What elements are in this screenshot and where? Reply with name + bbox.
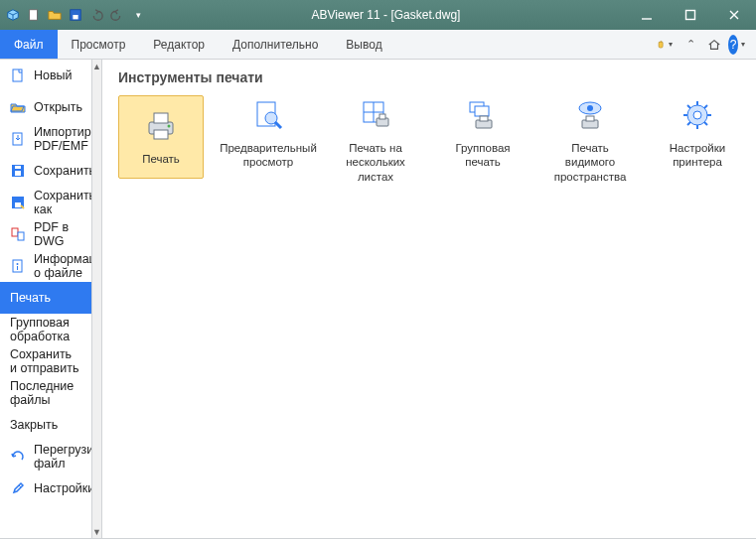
svg-rect-11 <box>15 202 21 207</box>
close-button[interactable] <box>712 0 756 30</box>
menu-strip: Файл Просмотр Редактор Дополнительно Выв… <box>0 30 756 60</box>
tile-row: Печать Предварительный просмотр Печать н… <box>118 95 740 184</box>
tab-editor[interactable]: Редактор <box>139 30 219 59</box>
sidebar-item-batch[interactable]: Групповая обработка <box>0 314 91 345</box>
svg-rect-18 <box>154 113 168 123</box>
sidebar-item-pdf2dwg[interactable]: PDF в DWG <box>0 218 91 250</box>
hand-up-icon[interactable]: ▾ <box>657 35 677 55</box>
tile-print-sheets[interactable]: Печать на нескольких листах <box>333 95 418 184</box>
svg-line-45 <box>704 105 707 108</box>
new-icon[interactable] <box>25 6 43 24</box>
svg-rect-0 <box>30 10 38 21</box>
sidebar-item-fileinfo[interactable]: Информация о файле <box>0 250 91 282</box>
svg-line-23 <box>275 122 281 128</box>
title-bar: ▾ ABViewer 11 - [Gasket.dwg] <box>0 0 756 30</box>
sidebar-item-label: Сохранить <box>34 164 92 178</box>
sidebar-item-label: Печать <box>10 291 51 305</box>
panel-heading: Инструменты печати <box>118 69 740 85</box>
sidebar-item-label: Сохранить как <box>34 189 92 216</box>
tile-label: Предварительный просмотр <box>220 141 317 170</box>
sidebar-item-label: Сохранить и отправить <box>10 347 81 375</box>
tab-label: Файл <box>14 38 44 52</box>
maximize-button[interactable] <box>669 0 712 30</box>
svg-rect-8 <box>15 171 21 176</box>
tile-label: Печать на нескольких листах <box>333 141 418 184</box>
redo-icon[interactable] <box>108 6 126 24</box>
undo-icon[interactable] <box>87 6 105 24</box>
window-buttons <box>625 0 756 30</box>
save-icon[interactable] <box>67 6 84 24</box>
svg-point-15 <box>17 263 19 265</box>
chevron-up-icon[interactable]: ⌃ <box>680 35 700 55</box>
print-visible-icon <box>570 95 610 135</box>
sidebar-item-label: Закрыть <box>10 418 58 432</box>
svg-line-46 <box>687 122 690 125</box>
tab-view[interactable]: Просмотр <box>58 30 140 59</box>
sidebar-item-label: Открыть <box>34 100 82 114</box>
fileinfo-icon <box>10 258 26 274</box>
sidebar-item-import[interactable]: Импортировать PDF/EMF <box>0 123 91 155</box>
minimize-button[interactable] <box>625 0 669 30</box>
settings-icon <box>10 480 26 496</box>
sidebar-item-settings[interactable]: Настройки <box>0 472 91 504</box>
tab-additional[interactable]: Дополнительно <box>219 30 332 59</box>
box-icon[interactable] <box>4 6 22 24</box>
tile-group-print[interactable]: Групповая печать <box>440 95 526 170</box>
sidebar-item-open[interactable]: Открыть <box>0 91 91 123</box>
sidebar: Новый Открыть Импортировать PDF/EMF Сохр… <box>0 60 92 539</box>
tab-label: Просмотр <box>72 38 126 52</box>
sidebar-item-label: Новый <box>34 68 73 82</box>
sidebar-item-label: Настройки <box>34 481 92 495</box>
scroll-down-icon[interactable]: ▼ <box>92 525 101 539</box>
preview-icon <box>248 95 288 135</box>
window-title: ABViewer 11 - [Gasket.dwg] <box>147 8 625 22</box>
main-panel: Инструменты печати Печать Предварительны… <box>102 60 756 539</box>
svg-rect-30 <box>475 106 489 116</box>
sidebar-item-recent[interactable]: Последние файлы <box>0 377 91 409</box>
svg-rect-16 <box>17 266 18 270</box>
sidebar-item-reload[interactable]: Перегрузить файл <box>0 441 91 472</box>
tab-output[interactable]: Вывод <box>332 30 395 59</box>
sidebar-item-label: Перегрузить файл <box>34 443 92 471</box>
tab-label: Дополнительно <box>232 38 318 52</box>
svg-point-20 <box>168 125 171 128</box>
tile-label: Групповая печать <box>440 141 526 170</box>
tile-print[interactable]: Печать <box>118 95 204 179</box>
sidebar-item-close[interactable]: Закрыть <box>0 409 91 441</box>
svg-rect-9 <box>15 166 21 169</box>
printer-icon <box>141 106 181 146</box>
home-icon[interactable] <box>704 35 724 55</box>
quick-access-toolbar: ▾ <box>0 6 147 24</box>
tab-file[interactable]: Файл <box>0 30 58 59</box>
print-sheets-icon <box>356 95 395 135</box>
pdf2dwg-icon <box>10 226 26 242</box>
svg-rect-36 <box>586 116 594 121</box>
sidebar-item-new[interactable]: Новый <box>0 60 91 91</box>
tab-label: Редактор <box>153 38 205 52</box>
sidebar-item-savesend[interactable]: Сохранить и отправить <box>0 345 91 377</box>
svg-line-44 <box>704 122 707 125</box>
open-icon <box>10 99 26 115</box>
svg-rect-13 <box>18 232 24 240</box>
sidebar-scrollbar[interactable]: ▲ ▼ <box>92 60 102 539</box>
reload-icon <box>10 449 26 465</box>
svg-rect-28 <box>379 114 385 119</box>
scroll-up-icon[interactable]: ▲ <box>92 60 101 73</box>
sidebar-item-label: Импортировать PDF/EMF <box>34 125 92 153</box>
svg-rect-5 <box>13 69 22 81</box>
tile-print-visible[interactable]: Печать видимого пространства <box>547 95 633 184</box>
help-icon[interactable]: ?▾ <box>728 35 748 55</box>
sidebar-item-save[interactable]: Сохранить <box>0 155 91 187</box>
svg-rect-12 <box>12 228 18 236</box>
sidebar-item-print[interactable]: Печать <box>0 282 91 314</box>
sidebar-item-saveas[interactable]: Сохранить как <box>0 187 91 218</box>
tile-printer-settings[interactable]: Настройки принтера <box>655 95 740 170</box>
sidebar-item-label: Информация о файле <box>34 252 92 280</box>
import-icon <box>10 131 26 147</box>
tile-preview[interactable]: Предварительный просмотр <box>226 95 311 170</box>
svg-rect-2 <box>73 15 77 19</box>
qat-dropdown-icon[interactable]: ▾ <box>129 6 147 24</box>
svg-point-38 <box>693 111 701 119</box>
sidebar-item-label: Групповая обработка <box>10 316 81 343</box>
open-icon[interactable] <box>46 6 64 24</box>
